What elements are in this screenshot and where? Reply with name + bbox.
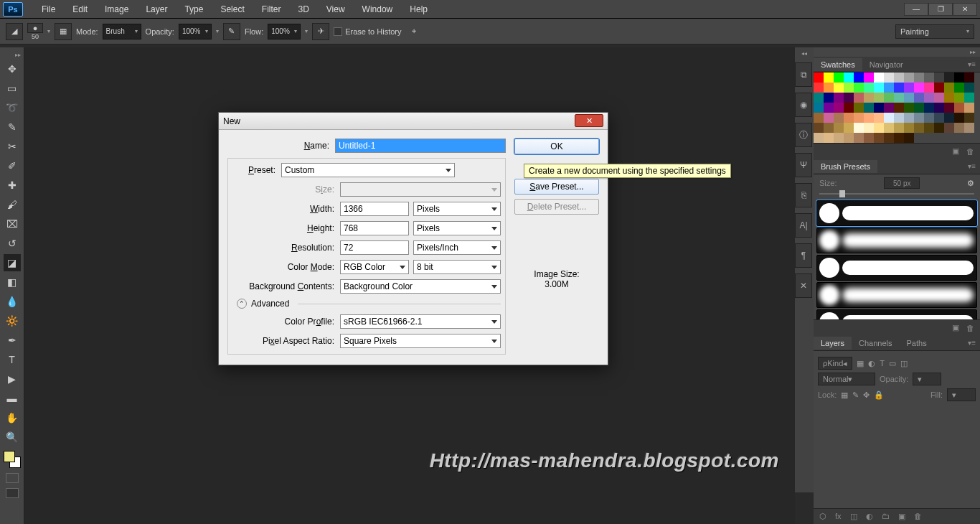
swatch[interactable] [884, 72, 894, 83]
brush-preset-item[interactable] [816, 255, 977, 281]
filter-pixel-icon[interactable]: ▦ [857, 359, 864, 368]
dock-paragraph-icon[interactable]: ¶ [795, 243, 812, 268]
brush-preset-item[interactable] [816, 282, 977, 308]
brush-menu-icon[interactable]: ▾≡ [963, 162, 980, 170]
swatch[interactable] [904, 113, 914, 123]
swatch[interactable] [884, 113, 894, 123]
swatch[interactable] [884, 103, 894, 113]
hand-tool[interactable]: ✋ [4, 409, 21, 426]
swatch[interactable] [894, 83, 904, 93]
flow-field[interactable]: 100%▾ [268, 24, 301, 39]
pressure-size-icon[interactable]: ⌖ [405, 23, 423, 40]
swatch[interactable] [834, 72, 844, 83]
mode-select[interactable]: Brush ▾ [103, 24, 141, 39]
pressure-opacity-icon[interactable]: ✎ [223, 23, 240, 40]
swatch[interactable] [944, 93, 954, 103]
width-input[interactable] [340, 202, 409, 216]
menu-edit[interactable]: Edit [64, 3, 96, 16]
quick-mask-icon[interactable] [6, 473, 19, 483]
move-tool[interactable]: ✥ [4, 60, 21, 78]
swatch[interactable] [904, 93, 914, 103]
opacity-dropdown-icon[interactable]: ▾ [216, 28, 219, 34]
lasso-tool[interactable]: ➰ [4, 99, 21, 116]
dialog-titlebar[interactable]: New ✕ [219, 113, 608, 130]
link-layers-icon[interactable]: ⬡ [819, 512, 826, 521]
zoom-tool[interactable]: 🔍 [4, 429, 21, 446]
tab-layers[interactable]: Layers [814, 337, 852, 350]
dock-color-icon[interactable]: ◉ [795, 93, 812, 117]
swatch[interactable] [884, 83, 894, 93]
group-icon[interactable]: 🗀 [882, 512, 890, 521]
swatch[interactable] [854, 72, 864, 83]
swatch[interactable] [934, 72, 944, 83]
swatch[interactable] [844, 113, 854, 123]
swatch[interactable] [814, 93, 824, 103]
swatch[interactable] [944, 123, 954, 133]
tab-paths[interactable]: Paths [900, 337, 934, 350]
swatch[interactable] [854, 103, 864, 113]
tool-preset-icon[interactable]: ◢ [6, 23, 23, 40]
swatch[interactable] [924, 72, 934, 83]
swatch[interactable] [854, 113, 864, 123]
swatch[interactable] [854, 93, 864, 103]
brush-preset-item[interactable] [816, 228, 977, 253]
save-preset-button[interactable]: Save Preset... [514, 179, 599, 195]
bgcontents-select[interactable]: Background Color [340, 279, 501, 294]
dock-brush-icon[interactable]: Ψ [795, 153, 812, 177]
swatch[interactable] [894, 113, 904, 123]
delete-layer-icon[interactable]: 🗑 [914, 512, 922, 521]
swatch[interactable] [904, 72, 914, 83]
filter-smart-icon[interactable]: ◫ [900, 359, 908, 368]
quick-select-tool[interactable]: ✎ [4, 118, 21, 136]
swatch[interactable] [934, 123, 944, 133]
flow-dropdown-icon[interactable]: ▾ [305, 28, 308, 34]
swatch[interactable] [814, 72, 824, 83]
menu-filter[interactable]: Filter [253, 3, 290, 16]
swatches-menu-icon[interactable]: ▾≡ [963, 60, 980, 68]
swatch[interactable] [824, 83, 834, 93]
erase-history-checkbox[interactable]: Erase to History [334, 27, 401, 36]
swatch[interactable] [894, 72, 904, 83]
advanced-toggle[interactable]: ⌃Advanced [237, 299, 501, 309]
tab-swatches[interactable]: Swatches [814, 58, 862, 71]
history-brush-tool[interactable]: ↺ [4, 235, 21, 252]
filter-shape-icon[interactable]: ▭ [889, 359, 896, 368]
swatch[interactable] [964, 93, 974, 103]
swatch[interactable] [954, 103, 964, 113]
swatch[interactable] [854, 133, 864, 143]
dock-history-icon[interactable]: ⧉ [795, 62, 812, 87]
colormode-select[interactable]: RGB Color [340, 260, 409, 274]
brush-preset-item[interactable] [816, 200, 977, 226]
swatch[interactable] [834, 93, 844, 103]
menu-file[interactable]: File [33, 3, 64, 16]
minimize-button[interactable]: — [904, 3, 928, 16]
fill-field[interactable]: ▾ [947, 388, 976, 401]
swatch[interactable] [894, 93, 904, 103]
dock-character-icon[interactable]: A| [795, 213, 812, 238]
lock-position-icon[interactable]: ✥ [863, 390, 870, 400]
swatch[interactable] [834, 83, 844, 93]
height-unit-select[interactable]: Pixels [413, 221, 501, 235]
airbrush-icon[interactable]: ✈ [312, 23, 329, 40]
swatch[interactable] [874, 72, 884, 83]
swatch[interactable] [864, 72, 874, 83]
brush-tool[interactable]: 🖌 [4, 196, 21, 213]
swatch[interactable] [874, 103, 884, 113]
marquee-tool[interactable]: ▭ [4, 80, 21, 97]
layers-menu-icon[interactable]: ▾≡ [963, 339, 980, 347]
swatch[interactable] [814, 113, 824, 123]
color-swatches[interactable] [4, 451, 21, 468]
swatch[interactable] [964, 103, 974, 113]
layer-mask-icon[interactable]: ◫ [850, 512, 857, 521]
layer-style-icon[interactable]: fx [835, 512, 842, 521]
dodge-tool[interactable]: 🔆 [4, 312, 21, 329]
menu-image[interactable]: Image [96, 3, 137, 16]
swatch[interactable] [934, 103, 944, 113]
resolution-unit-select[interactable]: Pixels/Inch [413, 240, 501, 255]
swatch[interactable] [914, 103, 924, 113]
opacity-field[interactable]: 100%▾ [179, 24, 212, 39]
swatch[interactable] [864, 113, 874, 123]
swatch[interactable] [914, 123, 924, 133]
swatch[interactable] [844, 83, 854, 93]
lock-pixels-icon[interactable]: ✎ [852, 390, 859, 400]
